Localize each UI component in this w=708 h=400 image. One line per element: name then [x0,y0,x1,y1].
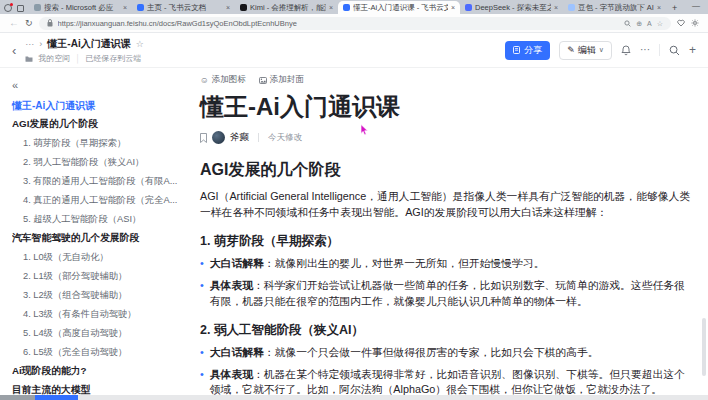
doc-bullet[interactable]: • 具体表现：机器在某个特定领域表现得非常好，比如语音识别、图像识别、下棋等。但… [200,367,692,395]
share-button[interactable]: 分享 [505,41,550,60]
share-label: 分享 [524,44,542,57]
tab-close-icon[interactable]: × [554,4,558,11]
url-field[interactable]: https://jianxuanguan.feishu.cn/docs/RawG… [39,17,671,30]
outline-item-heading[interactable]: 目前主流的大模型 [12,381,181,395]
doc-bullet[interactable]: • 大白话解释：就像一个只会做一件事但做得很厉害的专家，比如只会下棋的高手。 [200,345,692,361]
tab-close-icon[interactable]: × [329,4,333,11]
more-actions-icon[interactable]: ··· [640,45,650,55]
bullet-dot-icon: • [200,278,204,309]
outline-sidebar: « 懂王-Ai入门通识课 AGI发展的几个阶段 1. 萌芽阶段（早期探索） 2.… [0,69,185,395]
video-progress-bar[interactable] [0,395,708,400]
url-text: https://jianxuanguan.feishu.cn/docs/RawG… [58,19,620,28]
tab-actions-menu-icon[interactable] [17,5,24,12]
add-icon-option[interactable]: ☺ 添加图标 [200,74,246,86]
outline-item[interactable]: 4. 真正的通用人工智能阶段（完全A... [12,191,181,210]
doc-paragraph[interactable]: AGI（Artificial General Intelligence，通用人工… [200,189,692,220]
add-cover-label: 添加封面 [270,74,304,86]
tab-close-icon[interactable]: × [451,4,455,11]
search-icon[interactable] [669,45,680,56]
tab-close-icon[interactable]: × [657,4,661,11]
scrollbar[interactable] [702,318,706,376]
outline-item[interactable]: 3. L2级（组合驾驶辅助） [12,286,181,305]
outline-item[interactable]: 3. 有限的通用人工智能阶段（有限A... [12,172,181,191]
doc-header-title: 懂王-Ai入门通识课 [47,37,130,51]
notification-dot [10,3,13,6]
doc-bullet[interactable]: • 大白话解释：就像刚出生的婴儿，对世界一无所知，但开始慢慢学习。 [200,256,692,272]
browser-tab-deepseek[interactable]: DeepSeek - 探索未至之境 × [460,1,563,14]
folder-icon [25,55,33,62]
modified-time: 今天修改 [268,132,302,144]
browser-tab-feishu-home[interactable]: 主页 - 飞书云文档 × [132,1,235,14]
outline-item[interactable]: 2. 弱人工智能阶段（狭义AI） [12,153,181,172]
outline-item[interactable]: 6. L5级（完全自动驾驶） [12,343,181,362]
deepseek-favicon [465,4,472,11]
browser-tab-kimi[interactable]: Kimi - 会推理解析，能深度思考... × [235,1,338,14]
tab-close-icon[interactable]: × [123,4,127,11]
browser-profile-icon[interactable] [4,4,12,12]
author-name[interactable]: 斧癫 [230,131,249,144]
bullet-dot-icon: • [200,256,204,272]
search-in-page-icon[interactable] [624,20,631,27]
browser-tab-current-doc[interactable]: 懂王-Ai入门通识课 - 飞书云文档 × [338,1,460,14]
read-aloud-icon[interactable]: A [647,20,652,27]
tab-close-icon[interactable]: × [226,4,230,11]
feishu-favicon [137,4,144,11]
settings-icon[interactable] [691,19,699,27]
notifications-bell-icon[interactable] [621,45,631,56]
browser-tab-doubao[interactable]: 豆包 - 字节跳动旗下 AI 智能助手 × [563,1,666,14]
outline-item-heading[interactable]: 汽车智能驾驶的几个发展阶段 [12,229,181,248]
outline-item-heading[interactable]: Ai现阶段的能力? [12,362,181,381]
mouse-cursor [360,124,369,136]
feishu-doc-favicon [343,4,350,11]
browser-tab-bar: 搜索 - Microsoft 必应 × 主页 - 飞书云文档 × Kimi - … [0,0,708,14]
outline-item[interactable]: 4. L3级（有条件自动驾驶） [12,305,181,324]
outline-item[interactable]: 5. 超级人工智能阶段（ASI） [12,210,181,229]
tab-label: 豆包 - 字节跳动旗下 AI 智能助手 [578,3,654,13]
outline-item[interactable]: 5. L4级（高度自动驾驶） [12,324,181,343]
author-avatar[interactable] [212,131,225,144]
tab-label: 主页 - 飞书云文档 [147,3,223,13]
doc-back-icon[interactable]: ‹ [12,43,16,58]
collapse-sidebar-icon[interactable]: « [12,79,181,91]
edit-button[interactable]: ✎ 编辑 ∨ [559,41,612,60]
outline-item-heading[interactable]: AGI发展的几个阶段 [12,115,181,134]
bookmark-icon[interactable] [200,133,207,143]
translate-icon[interactable]: ⊕ [636,20,642,27]
doc-title[interactable]: 懂王-Ai入门通识课 [200,91,692,123]
doubao-favicon [568,4,575,11]
browser-tab-bing[interactable]: 搜索 - Microsoft 必应 × [29,1,132,14]
kimi-favicon [240,4,247,11]
workspace: « 懂王-Ai入门通识课 AGI发展的几个阶段 1. 萌芽阶段（早期探索） 2.… [0,69,708,395]
bing-favicon [34,4,41,11]
browser-back-icon[interactable]: ← [9,18,19,28]
doc-bullet[interactable]: • 具体表现：科学家们开始尝试让机器做一些简单的任务，比如识别数字、玩简单的游戏… [200,278,692,309]
doc-heading-1[interactable]: AGI发展的几个阶段 [200,160,692,181]
outline-item[interactable]: 1. L0级（无自动化） [12,248,181,267]
tab-label: 懂王-Ai入门通识课 - 飞书云文档 [353,3,448,13]
refresh-icon[interactable]: ↻ [25,19,33,28]
doc-heading-2[interactable]: 1. 萌芽阶段（早期探索） [200,233,692,250]
new-tab-button[interactable]: + [666,3,683,14]
doc-decorations: ☺ 添加图标 添加封面 [200,74,692,86]
browser-essentials-icon[interactable] [677,19,685,27]
divider [659,44,660,56]
doc-meta: 斧癫 今天修改 [200,131,692,144]
pencil-icon: ✎ [567,45,575,55]
divider [258,133,259,142]
add-cover-option[interactable]: 添加封面 [259,74,304,86]
space-name[interactable]: 我的空间 [38,53,70,64]
bullet-text: ：科学家们开始尝试让机器做一些简单的任务，比如识别数字、玩简单的游戏。这些任务很… [210,279,685,307]
divider: │ [75,54,80,63]
image-icon [259,77,267,84]
doc-heading-2[interactable]: 2. 弱人工智能阶段（狭义AI） [200,322,692,339]
window-minimize-button[interactable]: — [692,0,700,12]
favorite-doc-star-icon[interactable]: ☆ [136,39,144,49]
outline-item[interactable]: 1. 萌芽阶段（早期探索） [12,134,181,153]
outline-item-doc-title[interactable]: 懂王-Ai入门通识课 [12,96,181,115]
breadcrumb-more[interactable]: ··· [25,39,34,49]
video-progress-buffer [0,395,35,400]
add-icon-label: 添加图标 [212,74,246,86]
favorite-star-icon[interactable]: ☆ [657,20,663,27]
create-new-icon[interactable]: + [689,44,696,56]
outline-item[interactable]: 2. L1级（部分驾驶辅助） [12,267,181,286]
